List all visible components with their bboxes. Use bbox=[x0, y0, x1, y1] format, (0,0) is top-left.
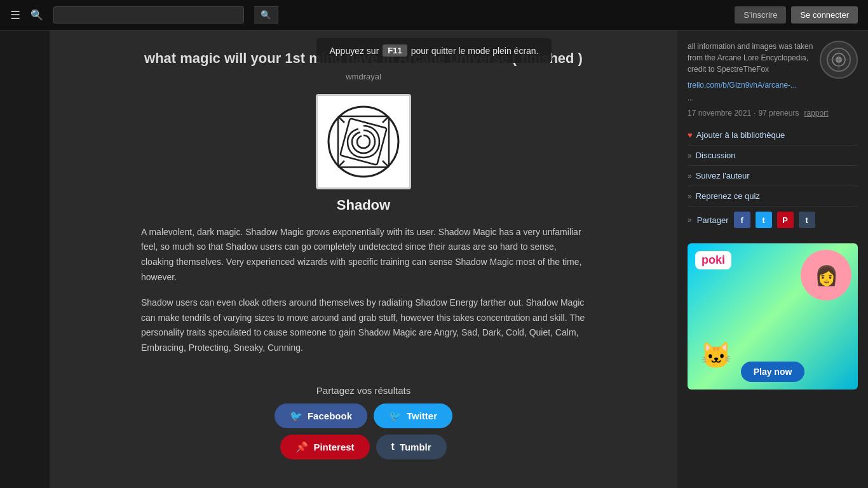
twitter-icon: 🐦 bbox=[389, 410, 402, 422]
sidebar-actions: ♥ Ajouter à la bibliothèque » Discussion… bbox=[688, 125, 858, 206]
top-navigation: ☰ 🔍 🔍 S'inscrire Se connecter bbox=[0, 0, 868, 30]
arrow-icon-partager: » bbox=[688, 215, 692, 224]
share-pinterest-button[interactable]: 📌 Pinterest bbox=[280, 435, 369, 459]
share-buttons-row1: 🐦 Facebook 🐦 Twitter bbox=[275, 403, 452, 428]
poki-logo: poki bbox=[695, 251, 731, 269]
result-name: Shadow bbox=[337, 197, 390, 214]
tumblr-icon: t bbox=[391, 441, 395, 452]
search-icon[interactable]: 🔍 bbox=[31, 9, 43, 21]
shadow-symbol-svg bbox=[325, 104, 402, 180]
signin-button[interactable]: S'inscrire bbox=[735, 6, 786, 24]
result-image bbox=[316, 94, 411, 189]
sidebar-separator: · bbox=[754, 109, 756, 118]
share-buttons-row2: 📌 Pinterest t Tumblr bbox=[280, 435, 446, 459]
quiz-author: wmdrayal bbox=[346, 72, 381, 81]
right-sidebar: all information and images was taken fro… bbox=[677, 30, 868, 488]
tumblr-label: Tumblr bbox=[400, 442, 431, 452]
key-f11-badge: F11 bbox=[383, 44, 407, 57]
partager-label: Partager bbox=[697, 215, 729, 225]
arrow-icon-discussion: » bbox=[688, 151, 692, 160]
result-desc-para2: Shadow users can even cloak others aroun… bbox=[141, 295, 586, 356]
page-wrapper: what magic will your 1st mind have in Ar… bbox=[0, 30, 868, 488]
arrow-icon-retake: » bbox=[688, 192, 692, 201]
action-retake[interactable]: » Reprenez ce quiz bbox=[688, 186, 858, 206]
facebook-icon: 🐦 bbox=[290, 410, 302, 422]
sidebar-thumb-svg bbox=[826, 47, 851, 72]
nav-left: ☰ 🔍 🔍 bbox=[10, 6, 278, 24]
result-description: A malevolent, dark magic. Shadow Magic g… bbox=[141, 225, 586, 366]
login-button[interactable]: Se connecter bbox=[791, 6, 858, 24]
pinterest-label: Pinterest bbox=[313, 442, 354, 452]
left-sidebar bbox=[0, 30, 50, 488]
share-facebook-button[interactable]: 🐦 Facebook bbox=[275, 403, 367, 428]
twitter-label: Twitter bbox=[407, 410, 437, 421]
sidebar-date: 17 novembre 2021 bbox=[688, 109, 751, 118]
partager-row: » Partager f t P t bbox=[688, 206, 858, 233]
banner-suffix: pour quitter le mode plein écran. bbox=[411, 46, 539, 56]
partager-tumblr-icon[interactable]: t bbox=[799, 212, 815, 228]
search-button[interactable]: 🔍 bbox=[254, 6, 278, 24]
share-title: Partagez vos résultats bbox=[316, 385, 410, 396]
sidebar-trello-link[interactable]: trello.com/b/GIzn9vhA/arcane-... bbox=[688, 81, 797, 90]
main-content: what magic will your 1st mind have in Ar… bbox=[50, 30, 677, 488]
ad-play-button[interactable]: Play now bbox=[741, 362, 805, 382]
partager-pinterest-icon[interactable]: P bbox=[777, 212, 794, 228]
heart-icon: ♥ bbox=[688, 130, 693, 140]
action-follow-label: Suivez l'auteur bbox=[696, 171, 750, 180]
sidebar-report-link[interactable]: rapport bbox=[804, 109, 828, 118]
action-library-label: Ajouter à la bibliothèque bbox=[696, 130, 785, 140]
sidebar-thumb bbox=[820, 41, 858, 79]
share-tumblr-button[interactable]: t Tumblr bbox=[376, 435, 447, 459]
action-discussion-label: Discussion bbox=[696, 151, 736, 160]
advertisement-block: poki 🐱 👩 Play now bbox=[688, 243, 858, 390]
nav-right: S'inscrire Se connecter bbox=[735, 6, 858, 24]
share-twitter-button[interactable]: 🐦 Twitter bbox=[374, 403, 452, 428]
action-retake-label: Reprenez ce quiz bbox=[696, 191, 760, 201]
partager-twitter-icon[interactable]: t bbox=[756, 212, 772, 228]
hamburger-menu-icon[interactable]: ☰ bbox=[10, 8, 20, 22]
ad-cat-emoji: 🐱 bbox=[700, 341, 732, 370]
search-input[interactable] bbox=[53, 6, 244, 24]
action-follow-author[interactable]: » Suivez l'auteur bbox=[688, 166, 858, 186]
pinterest-icon: 📌 bbox=[295, 441, 308, 453]
result-desc-para1: A malevolent, dark magic. Shadow Magic g… bbox=[141, 225, 586, 285]
facebook-label: Facebook bbox=[308, 410, 352, 421]
sidebar-takers: 97 preneurs bbox=[758, 109, 799, 118]
action-library[interactable]: ♥ Ajouter à la bibliothèque bbox=[688, 125, 858, 146]
action-discussion[interactable]: » Discussion bbox=[688, 146, 858, 166]
sidebar-ellipsis: ... bbox=[688, 92, 858, 104]
partager-facebook-icon[interactable]: f bbox=[734, 212, 750, 228]
fullscreen-banner: Appuyez sur F11 pour quitter le mode ple… bbox=[316, 38, 551, 63]
banner-prefix: Appuyez sur bbox=[329, 46, 379, 56]
arrow-icon-follow: » bbox=[688, 172, 692, 180]
share-section: Partagez vos résultats 🐦 Facebook 🐦 Twit… bbox=[141, 385, 586, 466]
sidebar-meta: 17 novembre 2021 · 97 preneurs rapport bbox=[688, 109, 858, 118]
ad-character: 👩 bbox=[801, 250, 851, 301]
